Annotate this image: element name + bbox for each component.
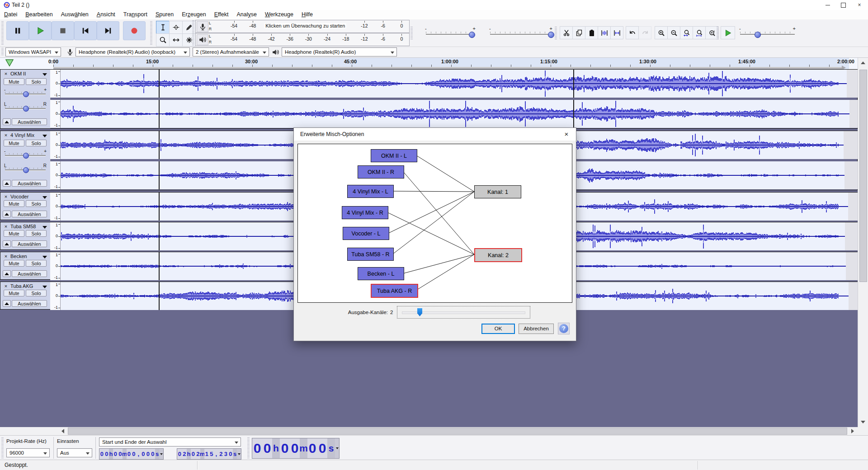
audio-position-time[interactable]: 00h00m00s (252, 438, 340, 459)
time-digit[interactable]: 0 (113, 449, 118, 459)
track-control-panel[interactable]: ×OKM IIMuteSolo-+LRAuswählen (0, 70, 51, 128)
time-unit[interactable]: s (233, 449, 237, 459)
vertical-ruler[interactable]: 10-1 (50, 100, 61, 128)
copy-button[interactable] (572, 26, 585, 39)
vertical-ruler[interactable]: 10-1 (50, 282, 61, 310)
play-speed-slider[interactable]: -+ (739, 27, 796, 39)
track-name[interactable]: Tuba SM58 (10, 224, 42, 229)
selection-start-time[interactable]: 00h00m00,000s (99, 448, 164, 460)
maximize-button[interactable] (835, 0, 851, 10)
slider-thumb[interactable] (23, 91, 29, 97)
time-digit[interactable]: 0 (252, 438, 262, 458)
time-unit[interactable]: s (327, 438, 335, 458)
mixer-channel-2[interactable]: Kanal: 2 (474, 248, 522, 262)
dialog-title-bar[interactable]: Erweiterte Misch-Optionen × (294, 128, 576, 141)
dialog-close-icon[interactable]: × (557, 128, 576, 141)
track-menu-chevron-icon[interactable] (42, 196, 47, 199)
track-close-icon[interactable]: × (3, 132, 9, 139)
track-close-icon[interactable]: × (3, 71, 9, 77)
menu-item-datei[interactable]: Datei (0, 10, 21, 19)
mute-button[interactable]: Mute (4, 140, 24, 146)
zoom-in-button[interactable] (655, 26, 668, 39)
slider-thumb[interactable] (469, 32, 475, 38)
solo-button[interactable]: Solo (26, 200, 47, 207)
toolbar-grip[interactable] (150, 21, 152, 45)
playback-volume-slider[interactable]: -+ (489, 27, 552, 39)
toolbar-grip[interactable] (1, 21, 4, 45)
toolbar-grip[interactable] (717, 27, 719, 39)
track-menu-chevron-icon[interactable] (42, 73, 47, 76)
collapse-button[interactable] (3, 118, 11, 125)
time-digit[interactable]: 0 (99, 449, 104, 459)
horizontal-scrollbar[interactable] (0, 427, 868, 435)
recording-volume-slider[interactable]: -+ (425, 27, 476, 39)
menu-item-auswählen[interactable]: Auswählen (57, 10, 93, 19)
menu-item-transport[interactable]: Transport (119, 10, 151, 19)
timeline-ruler[interactable]: 0:0015:0030:0045:001:00:001:15:001:30:00… (0, 58, 868, 70)
track-name[interactable]: 4 Vinyl Mix (10, 132, 42, 138)
menu-item-bearbeiten[interactable]: Bearbeiten (21, 10, 57, 19)
horizontal-scroll-thumb[interactable] (68, 428, 847, 435)
track-name[interactable]: OKM II (10, 71, 42, 76)
mixer-source-tuba-sm58-r[interactable]: Tuba SM58 - R (347, 248, 394, 261)
vertical-scroll-thumb[interactable] (859, 70, 867, 282)
snap-select[interactable]: Aus (57, 448, 92, 457)
silence-audio-button[interactable] (610, 26, 623, 39)
slider-thumb[interactable] (23, 106, 29, 112)
time-digit[interactable]: 0 (280, 438, 290, 458)
time-digit[interactable]: 0 (262, 438, 272, 458)
vertical-ruler[interactable]: 10-1 (50, 131, 61, 159)
scroll-up-button[interactable] (858, 59, 868, 67)
gain-slider[interactable]: -+ (4, 88, 47, 98)
mixer-source-vocoder-l[interactable]: Vocoder - L (343, 227, 389, 240)
collapse-button[interactable] (3, 180, 11, 187)
solo-button[interactable]: Solo (26, 290, 47, 296)
mute-button[interactable]: Mute (4, 78, 24, 85)
waveform[interactable] (61, 70, 857, 98)
mixer-source-tuba-akg-r[interactable]: Tuba AKG - R (371, 284, 418, 298)
zoom-selection-button[interactable] (680, 26, 693, 39)
project-rate-select[interactable]: 96000 (6, 448, 50, 457)
toolbar-grip[interactable] (1, 437, 4, 458)
minimize-button[interactable] (820, 0, 835, 10)
toolbar-grip[interactable] (192, 20, 194, 46)
menu-item-analyse[interactable]: Analyse (232, 10, 260, 19)
time-digit[interactable]: 1 (204, 449, 209, 459)
mute-button[interactable]: Mute (4, 230, 24, 237)
envelope-tool-button[interactable] (169, 21, 183, 34)
time-digit[interactable]: 0 (132, 449, 137, 459)
solo-button[interactable]: Solo (26, 140, 47, 146)
close-button[interactable]: × (852, 0, 867, 10)
recording-device-select[interactable]: Headphone (Realtek(R) Audio) (loopback) (75, 47, 190, 56)
play-at-speed-button[interactable] (721, 26, 735, 39)
solo-button[interactable]: Solo (26, 230, 47, 237)
pan-slider[interactable]: LR (4, 164, 47, 174)
zoom-tool-button[interactable] (156, 33, 170, 47)
time-digit[interactable]: 3 (223, 449, 228, 459)
track-menu-chevron-icon[interactable] (42, 286, 47, 288)
toolbar-grip[interactable] (555, 27, 557, 39)
mute-button[interactable]: Mute (4, 260, 24, 267)
collapse-button[interactable] (3, 240, 11, 247)
vertical-ruler[interactable]: 10-1 (50, 161, 61, 189)
zoom-out-button[interactable] (667, 26, 680, 39)
time-digit[interactable]: 0 (141, 449, 146, 459)
skip-start-button[interactable] (74, 21, 97, 40)
mixer-source-4-vinyl-mix-l[interactable]: 4 Vinyl Mix - L (347, 185, 394, 198)
track-control-panel[interactable]: ×Tuba AKGMuteSoloAuswählen (0, 282, 51, 309)
select-button[interactable]: Auswählen (12, 300, 47, 307)
toolbar-grip[interactable] (247, 437, 250, 458)
timeshift-tool-button[interactable] (169, 33, 183, 47)
selection-tool-button[interactable] (156, 21, 170, 34)
time-digit[interactable]: , (214, 449, 219, 459)
mixer-source-4-vinyl-mix-r[interactable]: 4 Vinyl Mix - R (342, 206, 388, 219)
time-digit[interactable]: 0 (317, 438, 327, 458)
help-button[interactable]: ? (558, 323, 570, 334)
mixer-channel-1[interactable]: Kanal: 1 (474, 185, 521, 198)
undo-button[interactable] (626, 26, 639, 39)
time-digit[interactable]: 0 (177, 449, 182, 459)
track-menu-chevron-icon[interactable] (42, 135, 47, 137)
redo-button[interactable] (638, 26, 651, 39)
timeline-pin-icon[interactable] (5, 59, 14, 69)
scroll-down-button[interactable] (858, 418, 868, 426)
